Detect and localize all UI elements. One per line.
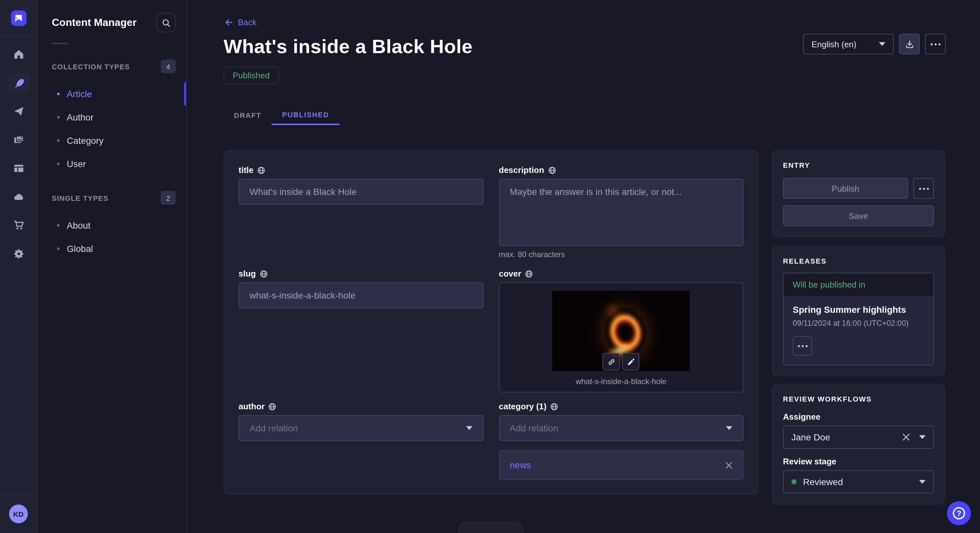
copy-link-button[interactable]	[603, 353, 620, 370]
field-title: title What's inside a Black Hole	[239, 165, 483, 260]
bullet	[57, 93, 60, 95]
home-icon[interactable]	[7, 45, 30, 64]
entry-panel: ENTRY Publish Save	[772, 150, 945, 237]
avatar[interactable]: KD	[9, 504, 28, 523]
save-button[interactable]: Save	[783, 205, 934, 226]
cloud-icon[interactable]	[7, 187, 30, 206]
more-options-button[interactable]	[925, 34, 946, 54]
section-label: SINGLE TYPES	[52, 194, 108, 202]
pencil-icon	[627, 357, 635, 366]
field-label: title	[239, 165, 253, 175]
assignee-label: Assignee	[783, 412, 934, 422]
sidebar-item-user[interactable]: User	[52, 152, 176, 176]
download-button[interactable]	[899, 34, 920, 54]
globe-icon	[269, 403, 277, 410]
chevron-down-icon	[919, 480, 926, 484]
release-more-button[interactable]	[793, 336, 812, 355]
slug-input[interactable]: what-s-inside-a-black-hole	[239, 282, 483, 308]
review-stage-label: Review stage	[783, 457, 934, 466]
release-card: Will be published in Spring Summer highl…	[783, 273, 934, 365]
cover-filename: what-s-inside-a-black-hole	[500, 377, 743, 386]
download-icon	[905, 39, 914, 49]
entry-form-card: title What's inside a Black Hole descrip…	[224, 150, 758, 495]
gear-icon[interactable]	[7, 244, 30, 263]
field-label: description	[499, 165, 544, 175]
cart-icon[interactable]	[7, 216, 30, 235]
paper-plane-icon[interactable]	[7, 102, 30, 121]
globe-icon	[259, 270, 267, 278]
help-button[interactable]: ?	[947, 501, 971, 525]
review-stage-select[interactable]: Reviewed	[783, 470, 934, 493]
chevron-down-icon	[726, 426, 732, 430]
sidebar-item-global[interactable]: Global	[52, 237, 176, 260]
sidebar-item-category[interactable]: Category	[52, 129, 176, 152]
stage-status-dot	[791, 479, 797, 484]
publish-button[interactable]: Publish	[783, 178, 908, 199]
logo-container	[0, 0, 37, 37]
layout-icon[interactable]	[7, 159, 30, 178]
panel-title: RELEASES	[783, 257, 934, 265]
language-select[interactable]: English (en)	[803, 34, 894, 54]
question-mark-icon: ?	[953, 507, 965, 519]
category-relation-select[interactable]: Add relation	[499, 415, 743, 441]
nav-rail: KD	[0, 0, 38, 533]
globe-icon	[550, 403, 558, 410]
globe-icon	[525, 270, 533, 278]
strapi-logo[interactable]	[11, 10, 26, 26]
chevron-down-icon	[466, 426, 472, 430]
search-icon	[161, 18, 171, 27]
releases-panel: RELEASES Will be published in Spring Sum…	[772, 246, 945, 376]
field-author: author Add relation	[239, 401, 483, 480]
author-relation-select[interactable]: Add relation	[239, 415, 483, 441]
bullet	[57, 224, 60, 227]
search-button[interactable]	[156, 13, 176, 32]
edit-media-button[interactable]	[622, 353, 640, 370]
category-relation-item: news	[499, 450, 743, 480]
chevron-down-icon	[919, 435, 926, 439]
feather-icon[interactable]	[7, 73, 30, 93]
section-label: COLLECTION TYPES	[52, 62, 130, 70]
app-window: KD Content Manager COLLECTION TYPES 4 Ar…	[0, 0, 980, 533]
side-column: ENTRY Publish Save RELEASES Will be publ…	[772, 150, 945, 504]
globe-icon	[257, 166, 265, 174]
sidebar-item-author[interactable]: Author	[52, 106, 176, 129]
bullet	[57, 116, 60, 119]
ellipsis-icon	[797, 345, 807, 347]
subnav: Content Manager COLLECTION TYPES 4 Artic…	[38, 0, 187, 533]
field-slug: slug what-s-inside-a-black-hole	[239, 269, 483, 392]
globe-icon	[548, 166, 556, 174]
field-cover: cover	[499, 269, 743, 392]
single-types-count: 2	[161, 191, 176, 205]
title-input[interactable]: What's inside a Black Hole	[239, 179, 483, 205]
section-single-types: SINGLE TYPES 2 About Global	[52, 191, 176, 260]
relation-link-news[interactable]: news	[510, 460, 531, 470]
sidebar-item-about[interactable]: About	[52, 214, 176, 237]
release-date: 09/11/2024 at 16:00 (UTC+02:00)	[793, 319, 924, 328]
remove-relation-icon[interactable]	[725, 462, 732, 468]
clear-assignee-icon[interactable]	[902, 433, 910, 441]
panel-title: ENTRY	[783, 161, 934, 169]
back-link[interactable]: Back	[224, 17, 257, 27]
assignee-select[interactable]: Jane Doe	[783, 425, 934, 449]
collapsed-panel-tab[interactable]	[458, 523, 523, 533]
field-label: slug	[239, 269, 256, 279]
section-collection-types: COLLECTION TYPES 4 Article Author Catego…	[52, 60, 176, 176]
status-badge: Published	[224, 67, 279, 84]
tab-published[interactable]: PUBLISHED	[272, 106, 340, 125]
link-icon	[607, 357, 616, 366]
sidebar-item-article[interactable]: Article	[52, 82, 176, 106]
ellipsis-icon	[931, 43, 940, 45]
tab-draft[interactable]: DRAFT	[224, 106, 272, 125]
entry-more-button[interactable]	[913, 178, 934, 199]
collection-types-count: 4	[161, 60, 176, 73]
rail-bottom: KD	[0, 495, 37, 533]
description-textarea[interactable]: Maybe the answer is in this article, or …	[499, 179, 743, 246]
bullet	[57, 247, 60, 250]
rail-divider	[0, 495, 37, 496]
field-label: cover	[499, 269, 521, 279]
chevron-down-icon	[879, 42, 885, 46]
pictures-icon[interactable]	[7, 130, 30, 150]
review-workflows-panel: REVIEW WORKFLOWS Assignee Jane Doe Revie…	[772, 384, 945, 504]
version-tabs: DRAFT PUBLISHED	[224, 106, 946, 125]
header-actions: English (en)	[803, 34, 946, 54]
